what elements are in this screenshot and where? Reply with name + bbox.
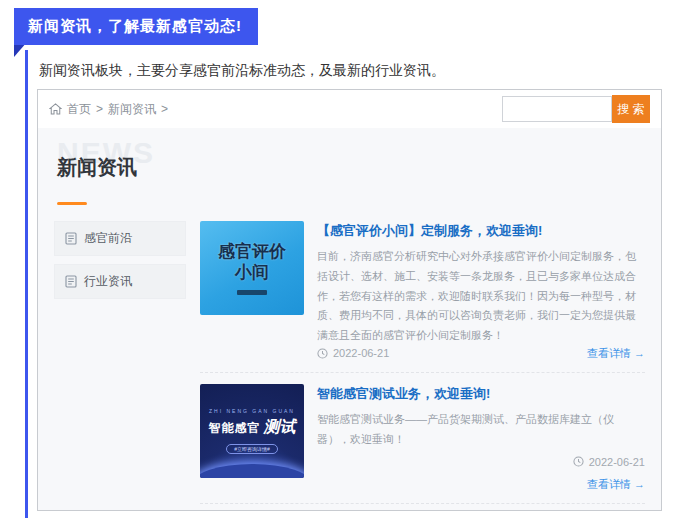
news-date-text: 2022-06-21 [333,347,389,359]
breadcrumb-bar: 首页 > 新闻资讯 > 搜 索 [38,90,661,128]
news-description: 目前，济南感官分析研究中心对外承接感官评价小间定制服务，包括设计、选材、施工、安… [317,247,645,346]
home-icon [49,103,62,115]
promo-banner-text: 新闻资讯，了解最新感官动态! [28,17,242,34]
news-content-area: NEWS 新闻资讯 感官前沿 行业资讯 [38,128,661,510]
breadcrumb-current[interactable]: 新闻资讯 [108,101,156,118]
planet-decoration [200,464,304,478]
thumbnail-text: 智能感官 [209,420,261,437]
sidebar-item-sensory-frontier[interactable]: 感官前沿 [54,221,186,256]
search-area: 搜 索 [502,95,650,123]
search-button[interactable]: 搜 索 [612,95,650,123]
clock-icon [573,456,584,467]
breadcrumb-separator: > [161,102,168,116]
breadcrumb-home[interactable]: 首页 [67,101,91,118]
thumbnail-caption-decoration [237,290,267,295]
sidebar-item-label: 行业资讯 [84,273,132,290]
page-header: NEWS 新闻资讯 [57,146,645,190]
category-sidebar: 感官前沿 行业资讯 [54,221,186,510]
thumbnail-text: 小间 [235,262,269,283]
breadcrumb: 首页 > 新闻资讯 > [49,101,168,118]
news-date-text: 2022-06-21 [589,456,645,468]
thumbnail-pinyin: ZHI NENG GAN GUAN [209,408,295,414]
page-title: 新闻资讯 [57,146,645,181]
view-details-link[interactable]: 查看详情 → [587,477,645,492]
news-item: 感官评价 小间 【感官评价小间】定制服务，欢迎垂询! 目前，济南感官分析研究中心… [200,221,645,373]
document-icon [65,275,77,288]
title-underline-decoration [57,202,87,205]
news-description: 智能感官测试业务——产品货架期测试、产品数据库建立（仪器），欢迎垂询！ [317,410,645,450]
news-thumbnail[interactable]: 感官评价 小间 [200,221,304,315]
page: 新闻资讯，了解最新感官动态! 新闻资讯板块，主要分享感官前沿标准动态，及最新的行… [0,0,688,531]
news-title-link[interactable]: 【感官评价小间】定制服务，欢迎垂询! [317,222,645,240]
thumbnail-badge: #立即咨询详情# [226,444,278,454]
news-item: ZHI NENG GAN GUAN 智能感官 测试 #立即咨询详情# 智能感官测… [200,384,645,504]
news-title-link[interactable]: 智能感官测试业务，欢迎垂询! [317,385,645,403]
document-icon [65,232,77,245]
sidebar-item-label: 感官前沿 [84,230,132,247]
site-frame: 首页 > 新闻资讯 > 搜 索 NEWS 新闻资讯 [37,89,662,511]
news-date: 2022-06-21 [573,456,645,468]
clock-icon [317,348,328,359]
news-thumbnail[interactable]: ZHI NENG GAN GUAN 智能感官 测试 #立即咨询详情# [200,384,304,478]
breadcrumb-separator: > [96,102,103,116]
intro-text: 新闻资讯板块，主要分享感官前沿标准动态，及最新的行业资讯。 [39,62,675,80]
sidebar-item-industry-news[interactable]: 行业资讯 [54,264,186,299]
news-date: 2022-06-21 [317,347,389,359]
content-column: 新闻资讯板块，主要分享感官前沿标准动态，及最新的行业资讯。 首页 > 新闻资讯 … [25,50,675,518]
news-list: 感官评价 小间 【感官评价小间】定制服务，欢迎垂询! 目前，济南感官分析研究中心… [200,221,645,510]
promo-banner: 新闻资讯，了解最新感官动态! [14,8,258,45]
thumbnail-text: 测试 [264,417,296,438]
view-details-link[interactable]: 查看详情 → [587,346,645,361]
thumbnail-text: 感官评价 [218,241,286,262]
search-input[interactable] [502,96,612,122]
